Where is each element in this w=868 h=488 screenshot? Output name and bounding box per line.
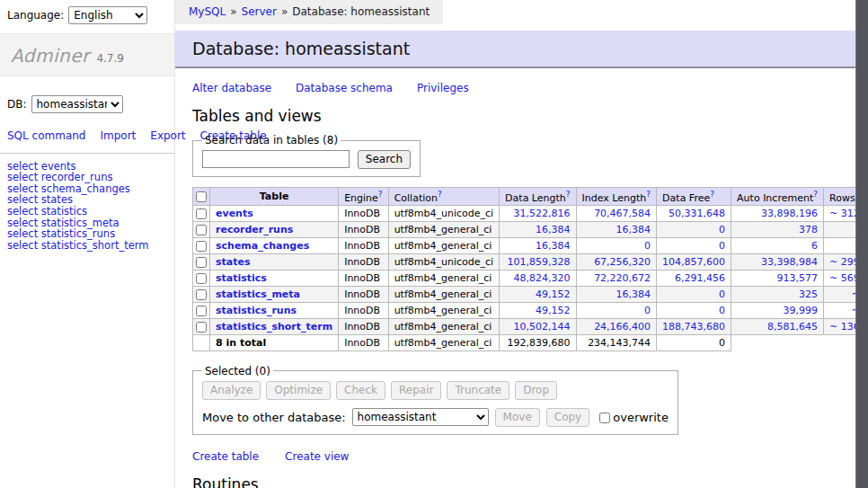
index-length-link[interactable]: 72,220,672 xyxy=(594,272,651,284)
table-name-link[interactable]: recorder_runs xyxy=(216,224,293,235)
selected-action-button[interactable]: Optimize xyxy=(266,381,331,400)
index-length-link[interactable]: 16,384 xyxy=(616,224,651,235)
select-all-checkbox[interactable] xyxy=(196,191,207,202)
vertical-scrollbar[interactable] xyxy=(855,0,868,488)
index-length-cell: 67,256,320 xyxy=(576,253,657,270)
column-help-link[interactable]: ? xyxy=(710,190,714,199)
index-length-link[interactable]: 0 xyxy=(644,305,651,316)
create-link[interactable]: Create table xyxy=(192,450,259,463)
selected-action-button[interactable]: Truncate xyxy=(447,381,509,400)
breadcrumb-server-link[interactable]: Server xyxy=(242,5,277,18)
index-length-link[interactable]: 67,256,320 xyxy=(594,256,651,268)
index-length-cell: 24,166,400 xyxy=(576,318,657,334)
data-free-cell: 104,857,600 xyxy=(657,253,731,270)
data-free-link[interactable]: 188,743,680 xyxy=(662,321,725,333)
auto-increment-link[interactable]: 6 xyxy=(811,240,818,252)
column-help-link[interactable]: ? xyxy=(646,190,651,199)
table-name-link[interactable]: statistics_meta xyxy=(216,288,300,300)
data-length-link[interactable]: 49,152 xyxy=(536,288,571,300)
database-action-link[interactable]: Database schema xyxy=(296,82,393,94)
table-name-link[interactable]: statistics_short_term xyxy=(216,321,332,333)
data-length-link[interactable]: 48,824,320 xyxy=(514,272,571,284)
data-length-link[interactable]: 10,502,144 xyxy=(514,321,571,333)
auto-increment-cell: 33,898,196 xyxy=(731,205,824,221)
search-input[interactable] xyxy=(202,150,350,168)
data-length-link[interactable]: 31,522,816 xyxy=(514,208,571,219)
auto-increment-link[interactable]: 8,581,645 xyxy=(767,321,818,333)
sidebar-select-table-link[interactable]: select statistics_runs xyxy=(7,228,174,240)
sidebar-select-table-link[interactable]: select statistics_short_term xyxy=(7,240,174,252)
sidebar-select-table-link[interactable]: select recorder_runs xyxy=(7,172,174,183)
data-free-link[interactable]: 6,291,456 xyxy=(675,272,725,284)
search-button[interactable]: Search xyxy=(358,150,411,169)
table-name-link[interactable]: statistics xyxy=(216,272,267,284)
engine-cell: InnoDB xyxy=(339,253,388,270)
table-name-link[interactable]: states xyxy=(216,256,251,268)
index-length-link[interactable]: 16,384 xyxy=(616,288,651,300)
db-select[interactable]: homeassistant xyxy=(31,95,123,113)
data-free-cell: 0 xyxy=(657,302,731,318)
create-link[interactable]: Create view xyxy=(285,450,349,463)
column-help-link[interactable]: ? xyxy=(566,190,571,199)
data-length-link[interactable]: 101,859,328 xyxy=(508,256,571,268)
index-length-link[interactable]: 0 xyxy=(644,240,651,252)
auto-increment-link[interactable]: 913,577 xyxy=(777,272,819,284)
row-checkbox[interactable] xyxy=(196,322,207,333)
move-db-select[interactable]: homeassistant xyxy=(352,408,489,426)
table-row: schema_changes InnoDB utf8mb4_general_ci… xyxy=(193,237,868,253)
column-help-link[interactable]: ? xyxy=(378,190,383,199)
overwrite-checkbox[interactable] xyxy=(599,413,610,423)
row-checkbox[interactable] xyxy=(196,289,207,300)
database-action-link[interactable]: Alter database xyxy=(192,82,271,94)
table-name-cell: statistics xyxy=(210,270,339,286)
row-checkbox-cell xyxy=(193,237,210,253)
data-free-link[interactable]: 0 xyxy=(719,305,725,316)
data-length-cell: 48,824,320 xyxy=(500,270,576,286)
row-checkbox[interactable] xyxy=(196,241,207,252)
index-length-cell: 72,220,672 xyxy=(576,270,657,286)
sidebar-menu-link[interactable]: SQL command xyxy=(7,129,85,142)
row-checkbox[interactable] xyxy=(196,306,207,316)
data-free-link[interactable]: 0 xyxy=(719,224,725,235)
selected-action-button[interactable]: Check xyxy=(336,381,385,400)
database-action-link[interactable]: Privileges xyxy=(417,82,469,94)
data-length-link[interactable]: 16,384 xyxy=(536,224,571,235)
sidebar-menu-link[interactable]: Import xyxy=(100,129,136,142)
row-checkbox[interactable] xyxy=(196,257,207,268)
row-checkbox-cell xyxy=(193,318,210,334)
language-select[interactable]: English xyxy=(68,6,147,24)
index-length-link[interactable]: 70,467,584 xyxy=(594,208,651,219)
auto-increment-link[interactable]: 33,398,984 xyxy=(761,256,818,268)
table-name-link[interactable]: schema_changes xyxy=(216,240,309,252)
search-legend: Search data in tables (8) xyxy=(202,134,341,146)
auto-increment-link[interactable]: 33,898,196 xyxy=(761,208,818,219)
totals-row: 8 in total InnoDB utf8mb4_general_ci 192… xyxy=(193,334,868,350)
row-checkbox[interactable] xyxy=(196,273,207,284)
data-free-link[interactable]: 50,331,648 xyxy=(669,208,725,219)
selected-action-button[interactable]: Drop xyxy=(515,381,557,400)
table-name-link[interactable]: statistics_runs xyxy=(216,305,297,316)
breadcrumb-mysql-link[interactable]: MySQL xyxy=(189,5,226,18)
data-length-link[interactable]: 16,384 xyxy=(536,240,571,252)
row-checkbox[interactable] xyxy=(196,209,207,219)
data-free-link[interactable]: 0 xyxy=(719,288,725,300)
selected-action-button[interactable]: Repair xyxy=(391,381,441,400)
column-help-link[interactable]: ? xyxy=(438,190,442,199)
row-checkbox[interactable] xyxy=(196,225,207,235)
copy-button[interactable]: Copy xyxy=(546,408,589,427)
auto-increment-link[interactable]: 325 xyxy=(799,288,818,300)
adminer-app: Language:English Adminer 4.7.9 DB:homeas… xyxy=(0,0,868,488)
auto-increment-link[interactable]: 39,999 xyxy=(784,305,819,316)
auto-increment-link[interactable]: 378 xyxy=(799,224,818,235)
move-button[interactable]: Move xyxy=(495,408,540,427)
data-free-link[interactable]: 0 xyxy=(719,240,725,252)
sidebar-select-table-link[interactable]: select statistics xyxy=(7,206,174,217)
selected-action-button[interactable]: Analyze xyxy=(202,381,261,400)
data-free-cell: 0 xyxy=(657,286,731,302)
index-length-link[interactable]: 24,166,400 xyxy=(594,321,651,333)
auto-increment-cell: 325 xyxy=(731,286,824,302)
table-name-link[interactable]: events xyxy=(216,208,253,219)
data-length-link[interactable]: 49,152 xyxy=(536,305,571,316)
column-help-link[interactable]: ? xyxy=(813,190,818,199)
data-free-link[interactable]: 104,857,600 xyxy=(662,256,725,268)
